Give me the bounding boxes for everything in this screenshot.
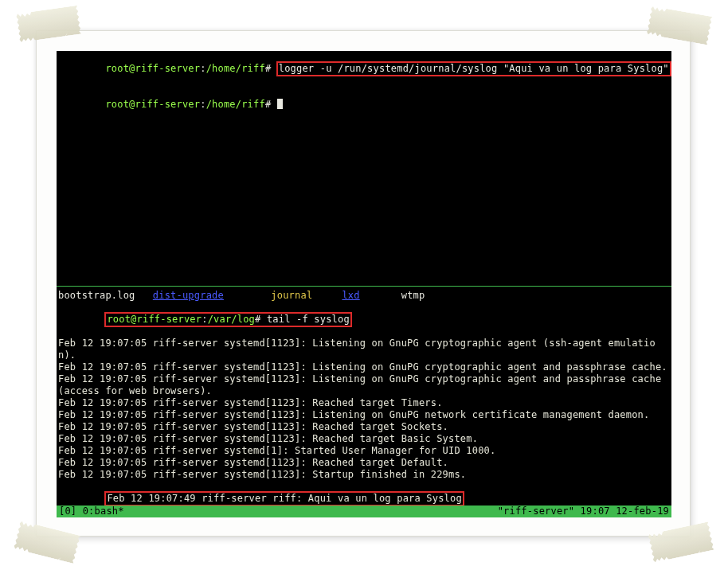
highlighted-log-entry: Feb 12 19:07:49 riff-server riff: Aqui v… <box>104 491 464 506</box>
ls-entry: lxd <box>342 290 359 301</box>
log-text: Feb 12 19:07:49 riff-server riff: Aqui v… <box>107 493 461 504</box>
command-text: logger -u /run/systemd/journal/syslog "A… <box>279 63 669 74</box>
shell-prompt-line-2[interactable]: root@riff-server:/home/riff# <box>57 87 671 123</box>
log-line: Feb 12 19:07:05 riff-server systemd[1]: … <box>57 445 671 457</box>
command-text: tail -f syslog <box>267 314 350 325</box>
log-line: Feb 12 19:07:05 riff-server systemd[1123… <box>57 409 671 421</box>
highlighted-command-1: logger -u /run/systemd/journal/syslog "A… <box>276 61 671 76</box>
log-line: Feb 12 19:07:05 riff-server systemd[1123… <box>57 361 671 373</box>
prompt-hash: # <box>255 314 267 325</box>
prompt-colon: : <box>200 63 205 74</box>
log-line: Feb 12 19:07:05 riff-server systemd[1123… <box>57 338 671 361</box>
ls-entry: bootstrap.log <box>58 290 135 301</box>
shell-prompt-line-1: root@riff-server:/home/riff# logger -u /… <box>57 51 671 87</box>
prompt-path: /var/log <box>208 314 255 325</box>
log-line: Feb 12 19:07:05 riff-server systemd[1123… <box>57 421 671 433</box>
shell-prompt-line-3: root@riff-server:/var/log# tail -f syslo… <box>57 302 671 338</box>
log-line: Feb 12 19:07:05 riff-server systemd[1123… <box>57 433 671 445</box>
prompt-colon: : <box>202 314 207 325</box>
ls-entry: journal <box>271 290 312 301</box>
ls-entry: wtmp <box>401 290 425 301</box>
prompt-user-host: root@riff-server <box>105 99 200 110</box>
cursor-icon <box>277 99 283 109</box>
prompt-hash: # <box>265 63 277 74</box>
prompt-path: /home/riff <box>206 63 265 74</box>
log-line: Feb 12 19:07:05 riff-server systemd[1123… <box>57 373 671 397</box>
status-left: [0] 0:bash* <box>59 505 124 517</box>
tmux-bottom-pane[interactable]: bootstrap.log dist-upgrade journal lxd w… <box>57 290 671 505</box>
status-right: "riff-server" 19:07 12-feb-19 <box>498 505 669 517</box>
prompt-user-host: root@riff-server <box>107 314 202 325</box>
tmux-top-pane[interactable]: root@riff-server:/home/riff# logger -u /… <box>57 51 671 287</box>
ls-output-line: bootstrap.log dist-upgrade journal lxd w… <box>57 290 671 302</box>
prompt-hash: # <box>265 99 277 110</box>
highlighted-command-2: root@riff-server:/var/log# tail -f syslo… <box>104 312 351 327</box>
log-line: Feb 12 19:07:05 riff-server systemd[1123… <box>57 469 671 481</box>
log-line: Feb 12 19:07:05 riff-server systemd[1123… <box>57 457 671 469</box>
syslog-output: Feb 12 19:07:05 riff-server systemd[1123… <box>57 338 671 481</box>
paper-frame: root@riff-server:/home/riff# logger -u /… <box>36 30 691 537</box>
prompt-colon: : <box>200 99 205 110</box>
terminal-window[interactable]: root@riff-server:/home/riff# logger -u /… <box>57 51 671 517</box>
ls-entry: dist-upgrade <box>153 290 224 301</box>
log-line: Feb 12 19:07:05 riff-server systemd[1123… <box>57 397 671 409</box>
prompt-path: /home/riff <box>206 99 265 110</box>
tmux-status-bar: [0] 0:bash* "riff-server" 19:07 12-feb-1… <box>57 505 671 517</box>
prompt-user-host: root@riff-server <box>105 63 200 74</box>
